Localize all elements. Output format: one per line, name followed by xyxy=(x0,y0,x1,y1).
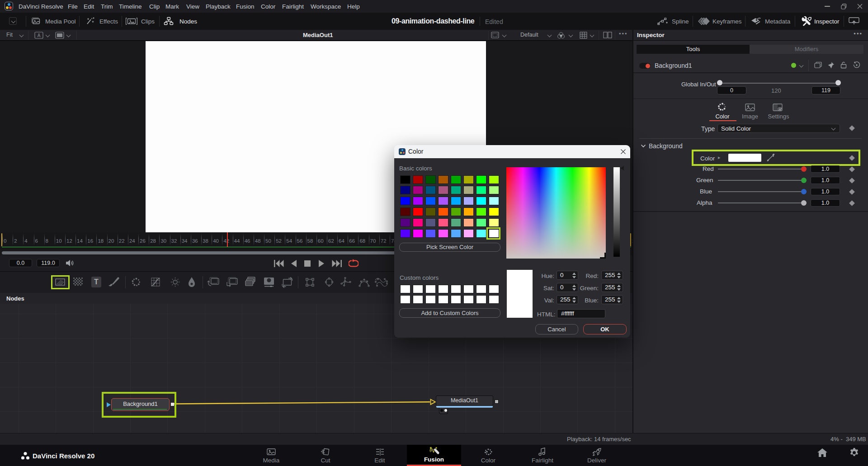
svg-text:A: A xyxy=(38,33,41,38)
